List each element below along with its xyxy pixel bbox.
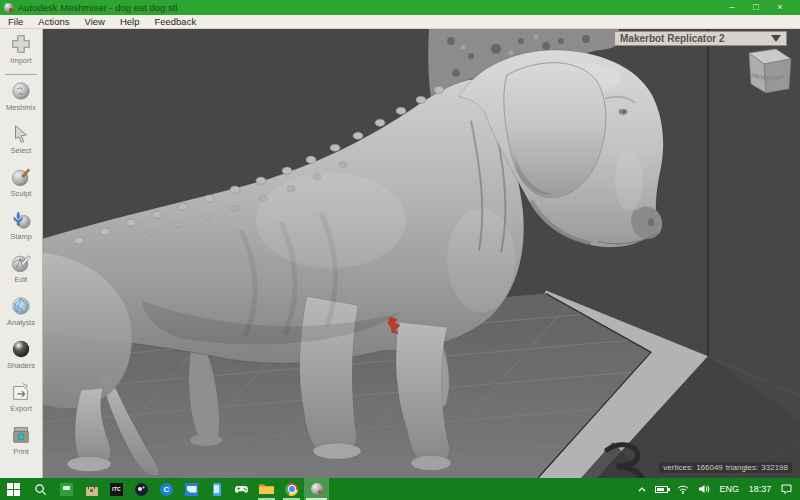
import-plus-icon	[9, 32, 33, 56]
search-icon	[34, 483, 47, 496]
vertices-label: vertices:	[663, 463, 693, 472]
game-controller-icon	[234, 484, 249, 495]
steam-icon	[135, 483, 148, 496]
tool-select[interactable]: Select	[0, 120, 42, 163]
menu-view[interactable]: View	[84, 16, 104, 27]
search-button[interactable]	[27, 478, 54, 500]
printer-selector-label: Makerbot Replicator 2	[620, 33, 724, 44]
printer-selector[interactable]: Makerbot Replicator 2	[614, 31, 787, 46]
print-printer-icon	[9, 423, 33, 447]
maximize-button[interactable]: □	[744, 0, 768, 15]
tool-analysis[interactable]: Analysis	[0, 292, 42, 335]
taskbar-app-store[interactable]	[79, 478, 104, 500]
chevron-down-icon	[771, 35, 781, 42]
taskbar-app-steam[interactable]	[129, 478, 154, 500]
taskbar-app-mail[interactable]	[179, 478, 204, 500]
analysis-wireframe-icon	[9, 294, 33, 318]
window-title: Autodesk Meshmixer - dog eat dog.stl	[18, 2, 177, 13]
tray-chevron-up-icon[interactable]	[638, 487, 646, 492]
meshmix-sphere-icon	[9, 79, 33, 103]
menubar: File Actions View Help Feedback	[0, 15, 800, 29]
itc-app-icon: ITC	[110, 483, 123, 496]
taskbar-app-chrome[interactable]	[279, 478, 304, 500]
language-indicator[interactable]: ENG	[719, 484, 739, 494]
taskbar-app-c[interactable]: C	[154, 478, 179, 500]
menu-actions[interactable]: Actions	[38, 16, 69, 27]
taskbar-app-itc[interactable]: ITC	[104, 478, 129, 500]
toolbar: Import Meshmix Select Sculpt	[0, 29, 43, 478]
tool-label: Analysis	[7, 319, 35, 327]
windows-logo-icon	[7, 483, 20, 496]
tool-label: Select	[11, 147, 32, 155]
chrome-icon	[285, 483, 298, 496]
start-button[interactable]	[0, 478, 27, 500]
viewport-3d[interactable]: FRONT RIGHT Makerbot Replicator 2 vertic…	[43, 29, 800, 478]
tool-label: Import	[10, 57, 31, 65]
meshmixer-taskbar-icon	[309, 482, 324, 497]
menu-feedback[interactable]: Feedback	[154, 16, 196, 27]
triangles-label: triangles:	[726, 463, 758, 472]
tool-label: Print	[13, 448, 28, 456]
tool-label: Shaders	[7, 362, 35, 370]
tool-label: Edit	[15, 276, 28, 284]
window-controls: – □ ×	[720, 0, 800, 15]
edit-wireframe-icon	[9, 251, 33, 275]
tool-label: Sculpt	[11, 190, 32, 198]
meshmixer-logo-icon	[4, 3, 13, 12]
green-app-icon	[60, 483, 73, 496]
battery-icon[interactable]	[655, 486, 668, 493]
sculpt-brush-icon	[9, 165, 33, 189]
mail-app-icon	[185, 483, 198, 496]
select-cursor-icon	[9, 122, 33, 146]
action-center-icon[interactable]	[781, 484, 792, 494]
tool-meshmix[interactable]: Meshmix	[0, 77, 42, 120]
minimize-button[interactable]: –	[720, 0, 744, 15]
mesh-stats: vertices: 166049 triangles: 332198	[659, 462, 792, 473]
triangles-value: 332198	[761, 463, 788, 472]
vertices-value: 166049	[696, 463, 723, 472]
meshmixer-window: Autodesk Meshmixer - dog eat dog.stl – □…	[0, 0, 800, 500]
wifi-icon[interactable]	[677, 484, 689, 494]
taskbar-app-green[interactable]	[54, 478, 79, 500]
tool-edit[interactable]: Edit	[0, 249, 42, 292]
volume-icon[interactable]	[698, 484, 710, 494]
taskbar-app-phone[interactable]	[204, 478, 229, 500]
close-button[interactable]: ×	[768, 0, 792, 15]
export-page-icon	[9, 380, 33, 404]
tool-stamp[interactable]: Stamp	[0, 206, 42, 249]
c-app-icon: C	[160, 483, 173, 496]
tool-print[interactable]: Print	[0, 421, 42, 464]
tool-sculpt[interactable]: Sculpt	[0, 163, 42, 206]
taskbar-app-game[interactable]	[229, 478, 254, 500]
menu-help[interactable]: Help	[120, 16, 140, 27]
tool-label: Export	[10, 405, 32, 413]
tool-label: Meshmix	[6, 104, 36, 112]
store-bag-icon	[86, 487, 98, 496]
phone-app-icon	[213, 483, 221, 496]
toolbar-separator	[5, 74, 37, 75]
file-explorer-icon	[259, 483, 274, 495]
taskbar-app-meshmixer[interactable]	[304, 478, 329, 500]
tool-label: Stamp	[10, 233, 32, 241]
taskbar-app-explorer[interactable]	[254, 478, 279, 500]
stamp-fleur-icon	[9, 208, 33, 232]
tool-export[interactable]: Export	[0, 378, 42, 421]
tool-shaders[interactable]: Shaders	[0, 335, 42, 378]
taskbar: ITC C	[0, 478, 800, 500]
clock[interactable]: 18:37	[748, 484, 772, 494]
menu-file[interactable]: File	[8, 16, 23, 27]
view-cube[interactable]: FRONT RIGHT	[749, 49, 791, 93]
shaders-sphere-icon	[9, 337, 33, 361]
titlebar: Autodesk Meshmixer - dog eat dog.stl – □…	[0, 0, 800, 15]
system-tray: ENG 18:37	[638, 484, 800, 494]
scene-canvas[interactable]: FRONT RIGHT	[43, 29, 800, 478]
tool-import[interactable]: Import	[0, 30, 42, 73]
